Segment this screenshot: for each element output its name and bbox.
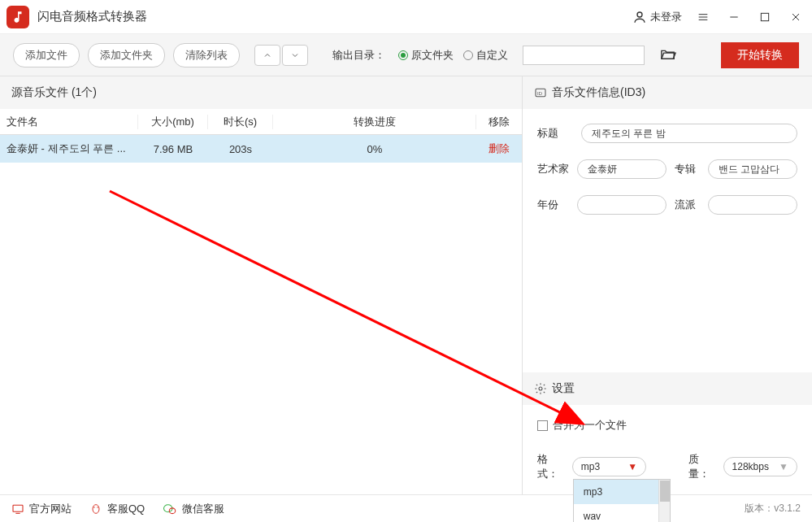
source-files-pane: 源音乐文件 (1个) 文件名 大小(mb) 时长(s) 转换进度 移除 金泰妍 … bbox=[0, 76, 523, 494]
id3-title-input[interactable] bbox=[581, 124, 797, 143]
qq-support-link[interactable]: 客服QQ bbox=[89, 502, 145, 516]
id3-year-input[interactable] bbox=[577, 195, 667, 215]
dropdown-scrollbar[interactable] bbox=[658, 480, 670, 522]
start-convert-button[interactable]: 开始转换 bbox=[721, 42, 799, 68]
titlebar: 闪电音频格式转换器 未登录 bbox=[0, 0, 812, 34]
radio-checked-icon bbox=[398, 50, 408, 60]
move-down-button[interactable] bbox=[282, 45, 308, 66]
clear-list-button[interactable]: 清除列表 bbox=[173, 43, 240, 67]
svg-point-0 bbox=[637, 12, 642, 17]
id3-title-label: 标题 bbox=[537, 126, 573, 141]
move-up-button[interactable] bbox=[254, 45, 280, 66]
table-row[interactable]: 金泰妍 - 제주도의 푸른 ... 7.96 MB 203s 0% 删除 bbox=[0, 135, 522, 163]
chevron-down-icon bbox=[290, 50, 300, 60]
col-header-duration: 时长(s) bbox=[208, 115, 273, 129]
id3-section-title: 音乐文件信息(ID3) bbox=[552, 85, 645, 100]
svg-rect-11 bbox=[13, 505, 23, 511]
id3-form: 标题 艺术家 专辑 年份 流派 bbox=[523, 109, 812, 229]
col-header-name: 文件名 bbox=[0, 115, 138, 129]
app-title: 闪电音频格式转换器 bbox=[37, 9, 147, 24]
settings-body: 合并为一个文件 格式： mp3 ▼ mp3 wav ogg 质量： bbox=[523, 405, 812, 494]
id3-artist-label: 艺术家 bbox=[537, 162, 569, 176]
quality-label: 质量： bbox=[688, 452, 717, 481]
caret-down-icon: ▼ bbox=[627, 461, 637, 472]
format-option-mp3[interactable]: mp3 bbox=[574, 480, 670, 504]
qq-support-label: 客服QQ bbox=[107, 502, 145, 516]
official-site-label: 官方网站 bbox=[29, 502, 72, 516]
settings-section-title: 设置 bbox=[552, 381, 575, 396]
id3-artist-input[interactable] bbox=[577, 159, 667, 179]
app-logo-icon bbox=[7, 6, 29, 28]
qq-penguin-icon bbox=[89, 502, 102, 515]
user-icon bbox=[632, 10, 647, 24]
cell-duration: 203s bbox=[208, 143, 273, 155]
maximize-button[interactable] bbox=[755, 7, 775, 27]
add-folder-button[interactable]: 添加文件夹 bbox=[88, 43, 165, 67]
radio-custom-label: 自定义 bbox=[476, 48, 508, 63]
right-pane: ID 音乐文件信息(ID3) 标题 艺术家 专辑 年份 流派 bbox=[523, 76, 812, 494]
table-header-row: 文件名 大小(mb) 时长(s) 转换进度 移除 bbox=[0, 109, 522, 135]
footer: 官方网站 客服QQ 微信客服 版本：v3.1.2 bbox=[0, 494, 812, 522]
id-badge-icon: ID bbox=[534, 86, 547, 99]
col-header-remove: 移除 bbox=[476, 115, 522, 129]
close-button[interactable] bbox=[786, 7, 805, 27]
delete-row-button[interactable]: 删除 bbox=[489, 142, 510, 154]
format-dropdown[interactable]: mp3 ▼ mp3 wav ogg bbox=[572, 457, 646, 476]
official-site-link[interactable]: 官方网站 bbox=[11, 502, 72, 516]
settings-section-header: 设置 bbox=[523, 372, 812, 405]
quality-dropdown[interactable]: 128kbps ▼ bbox=[723, 457, 797, 476]
chevron-up-icon bbox=[263, 50, 272, 60]
format-label: 格式： bbox=[537, 452, 566, 481]
browse-folder-button[interactable] bbox=[659, 46, 677, 63]
files-table: 文件名 大小(mb) 时长(s) 转换进度 移除 金泰妍 - 제주도의 푸른 .… bbox=[0, 109, 522, 163]
format-selected-value: mp3 bbox=[581, 461, 600, 472]
merge-label: 合并为一个文件 bbox=[553, 418, 627, 433]
col-header-size: 大小(mb) bbox=[138, 115, 208, 129]
wechat-icon bbox=[163, 502, 177, 515]
svg-text:ID: ID bbox=[537, 91, 543, 96]
radio-unchecked-icon bbox=[463, 50, 473, 60]
output-dir-input[interactable] bbox=[523, 46, 645, 65]
source-files-header: 源音乐文件 (1个) bbox=[0, 76, 522, 109]
toolbar: 添加文件 添加文件夹 清除列表 输出目录： 原文件夹 自定义 开始转换 bbox=[0, 34, 812, 76]
user-login-button[interactable]: 未登录 bbox=[632, 10, 682, 24]
format-dropdown-menu: mp3 wav ogg bbox=[573, 479, 671, 522]
id3-album-input[interactable] bbox=[708, 159, 797, 179]
menu-button[interactable] bbox=[693, 7, 713, 27]
output-dir-label: 输出目录： bbox=[332, 48, 385, 63]
id3-genre-input[interactable] bbox=[708, 195, 797, 215]
col-header-progress: 转换进度 bbox=[273, 115, 476, 129]
id3-genre-label: 流派 bbox=[675, 198, 700, 212]
version-label: 版本：v3.1.2 bbox=[745, 502, 801, 515]
cell-progress: 0% bbox=[273, 143, 476, 155]
id3-year-label: 年份 bbox=[537, 198, 569, 212]
id3-album-label: 专辑 bbox=[675, 162, 700, 176]
wechat-support-label: 微信客服 bbox=[182, 502, 224, 516]
svg-point-14 bbox=[93, 507, 94, 507]
caret-down-icon: ▼ bbox=[779, 461, 788, 472]
folder-open-icon bbox=[659, 46, 677, 61]
cell-size: 7.96 MB bbox=[138, 143, 208, 155]
svg-rect-5 bbox=[761, 13, 768, 20]
svg-point-13 bbox=[93, 504, 99, 513]
radio-original-folder[interactable]: 原文件夹 bbox=[398, 48, 454, 63]
format-option-wav[interactable]: wav bbox=[574, 504, 670, 522]
radio-original-label: 原文件夹 bbox=[411, 48, 454, 63]
gear-icon bbox=[534, 382, 547, 395]
minimize-button[interactable] bbox=[724, 7, 744, 27]
quality-selected-value: 128kbps bbox=[732, 461, 769, 472]
cell-filename: 金泰妍 - 제주도의 푸른 ... bbox=[0, 141, 138, 156]
checkbox-unchecked-icon bbox=[537, 420, 548, 431]
add-file-button[interactable]: 添加文件 bbox=[13, 43, 80, 67]
merge-checkbox[interactable]: 合并为一个文件 bbox=[537, 418, 797, 433]
svg-point-10 bbox=[539, 387, 542, 390]
radio-custom-folder[interactable]: 自定义 bbox=[463, 48, 508, 63]
id3-section-header: ID 音乐文件信息(ID3) bbox=[523, 76, 812, 109]
wechat-support-link[interactable]: 微信客服 bbox=[163, 502, 224, 516]
svg-point-15 bbox=[97, 507, 98, 507]
user-status-label: 未登录 bbox=[650, 10, 682, 24]
monitor-icon bbox=[11, 503, 24, 515]
